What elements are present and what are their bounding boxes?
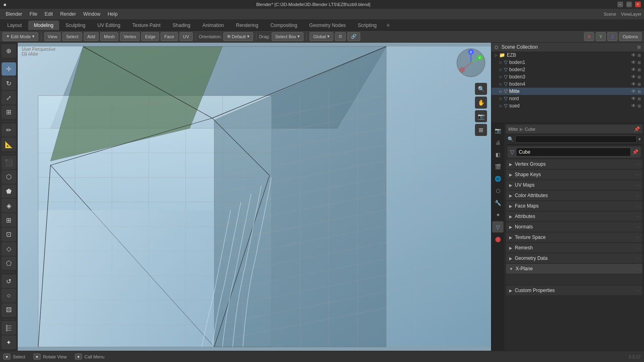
geometry-data-header[interactable]: ▶ Geometry Data ··· [506, 253, 642, 263]
normals-header[interactable]: ▶ Normals ··· [506, 222, 642, 232]
sued-filter[interactable]: ⊞ [638, 104, 641, 108]
collection-ezb-eye[interactable]: 👁 [631, 52, 636, 58]
object-name-pin[interactable]: 📌 [632, 149, 638, 155]
tab-shading[interactable]: Shading [167, 21, 196, 30]
remesh-header[interactable]: ▶ Remesh ··· [506, 243, 642, 253]
collection-ezb[interactable]: ▷ 📁 EZB 👁 ⊞ [491, 51, 644, 59]
boden4-filter[interactable]: ⊞ [638, 82, 641, 86]
z-axis-btn[interactable]: Z [607, 32, 617, 41]
shear-tool[interactable]: ⬱ [2, 321, 16, 335]
x-axis-btn[interactable]: X [584, 32, 594, 41]
y-axis-btn[interactable]: Y [596, 32, 606, 41]
spin-tool[interactable]: ↺ [2, 274, 16, 288]
pin-icon[interactable]: 📌 [634, 126, 640, 132]
prop-object-icon[interactable]: ⬡ [492, 185, 504, 196]
face-maps-header[interactable]: ▶ Face Maps ··· [506, 201, 642, 211]
tab-modeling[interactable]: Modeling [28, 21, 59, 30]
collection-ezb-filter[interactable]: ⊞ [638, 53, 641, 58]
edge-menu[interactable]: Edge [141, 32, 159, 41]
boden3-filter[interactable]: ⊞ [638, 75, 641, 79]
close-button[interactable]: ✕ [635, 2, 641, 7]
zoom-in-button[interactable]: 🔍 [475, 83, 487, 95]
collection-boden3[interactable]: ▷ ▽ boden3 👁 ⊞ [491, 73, 644, 80]
mode-selector[interactable]: ✦ Edit Mode ▾ [2, 32, 38, 41]
prop-material-icon[interactable]: ⬤ [492, 233, 504, 245]
bevel-tool[interactable]: ◈ [2, 199, 16, 212]
add-cube-tool[interactable]: ⬛ [2, 156, 16, 169]
shape-keys-header[interactable]: ▶ Shape Keys ··· [506, 170, 642, 179]
tab-animation[interactable]: Animation [197, 21, 229, 30]
collection-nord[interactable]: ▷ ▽ nord 👁 ⊞ [491, 95, 644, 102]
boden2-eye[interactable]: 👁 [631, 67, 636, 72]
tab-uv-editing[interactable]: UV Editing [92, 21, 126, 30]
grid-button[interactable]: ⊞ [475, 124, 487, 136]
vertex-menu[interactable]: Vertex [120, 32, 140, 41]
attributes-header[interactable]: ▶ Attributes ··· [506, 212, 642, 221]
extrude-tool[interactable]: ⬡ [2, 170, 16, 184]
menu-blender[interactable]: Blender [2, 10, 25, 18]
scale-tool[interactable]: ⤢ [2, 91, 16, 105]
navigation-gizmo[interactable]: Z Y [455, 47, 487, 79]
x-plane-header[interactable]: ▼ X-Plane ··· [506, 264, 642, 274]
boden1-eye[interactable]: 👁 [631, 60, 636, 65]
shrink-fatten-tool[interactable]: ✦ [2, 335, 16, 349]
vertex-groups-header[interactable]: ▶ Vertex Groups ··· [506, 159, 642, 169]
menu-edit[interactable]: Edit [41, 10, 56, 18]
tab-layout[interactable]: Layout [2, 21, 27, 30]
move-tool[interactable]: ✛ [2, 62, 16, 76]
texture-space-header[interactable]: ▶ Texture Space ··· [506, 232, 642, 242]
snap-button[interactable]: 🔗 [347, 32, 360, 41]
proportional-editing[interactable]: ⊙ [335, 32, 346, 41]
camera-button[interactable]: 📷 [475, 110, 487, 122]
collapse-expand-icon[interactable]: ▾ [638, 136, 641, 142]
uv-maps-header[interactable]: ▶ UV Maps ··· [506, 180, 642, 190]
orientation-selector[interactable]: ⊕ Default ▾ [223, 32, 253, 41]
loop-cut-tool[interactable]: ⊞ [2, 213, 16, 227]
minimize-button[interactable]: – [617, 2, 623, 7]
scene-collection-header[interactable]: ⬡ Scene Collection ⊞ [491, 43, 644, 51]
menu-render[interactable]: Render [57, 10, 79, 18]
select-menu[interactable]: Select [62, 32, 82, 41]
inset-tool[interactable]: ⬟ [2, 185, 16, 198]
face-menu[interactable]: Face [161, 32, 178, 41]
move-view-button[interactable]: ✋ [475, 97, 487, 109]
prop-view-layer-icon[interactable]: ◧ [492, 149, 504, 160]
mesh-menu[interactable]: Mesh [100, 32, 118, 41]
boden1-filter[interactable]: ⊞ [638, 60, 641, 65]
tab-scripting[interactable]: Scripting [352, 21, 382, 30]
custom-properties-header[interactable]: ▶ Custom Properties ··· [506, 286, 642, 295]
prop-world-icon[interactable]: 🌐 [492, 173, 504, 184]
props-search-input[interactable] [515, 136, 637, 143]
drag-selector[interactable]: Select Box ▾ [272, 32, 304, 41]
tab-geometry-nodes[interactable]: Geometry Nodes [303, 21, 351, 30]
tab-compositing[interactable]: Compositing [265, 21, 303, 30]
nord-filter[interactable]: ⊞ [638, 97, 641, 101]
collection-boden4[interactable]: ▷ ▽ boden4 👁 ⊞ [491, 80, 644, 88]
tab-sculpting[interactable]: Sculpting [60, 21, 91, 30]
prop-particles-icon[interactable]: ✦ [492, 209, 504, 220]
viewport[interactable]: User Perspective (3) Mitte Z Y [18, 43, 491, 351]
breadcrumb-cube[interactable]: Cube [525, 127, 535, 132]
mitte-filter[interactable]: ⊞ [638, 89, 641, 94]
tab-rendering[interactable]: Rendering [230, 21, 264, 30]
sued-eye[interactable]: 👁 [631, 103, 636, 109]
maximize-button[interactable]: □ [626, 2, 632, 7]
prop-scene-icon[interactable]: 🎬 [492, 161, 504, 172]
add-workspace-button[interactable]: + [383, 21, 393, 30]
collection-boden1[interactable]: ▷ ▽ boden1 👁 ⊞ [491, 59, 644, 66]
color-attributes-header[interactable]: ▶ Color Attributes ··· [506, 191, 642, 200]
prop-modifier-icon[interactable]: 🔧 [492, 197, 504, 208]
menu-file[interactable]: File [26, 10, 40, 18]
add-menu[interactable]: Add [84, 32, 99, 41]
mitte-eye[interactable]: 👁 [631, 88, 636, 94]
transform-selector[interactable]: Global ▾ [310, 32, 333, 41]
measure-tool[interactable]: 📐 [2, 138, 16, 151]
rotate-tool[interactable]: ↻ [2, 76, 16, 90]
filter-icon[interactable]: ⊞ [637, 45, 641, 50]
view-menu[interactable]: View [44, 32, 61, 41]
poly-build-tool[interactable]: ⬠ [2, 257, 16, 270]
tab-texture-paint[interactable]: Texture Paint [127, 21, 166, 30]
annotate-tool[interactable]: ✏ [2, 123, 16, 137]
collection-boden2[interactable]: ▷ ▽ boden2 👁 ⊞ [491, 66, 644, 73]
object-name-input[interactable] [516, 148, 631, 156]
